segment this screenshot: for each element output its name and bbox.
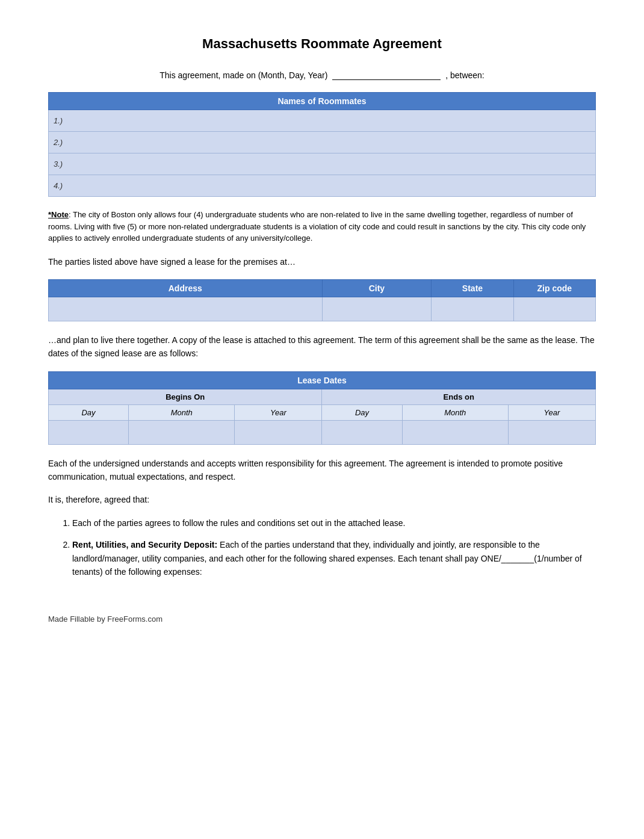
begins-day-field[interactable] — [49, 420, 129, 444]
roommate-2-label: 2.) — [49, 132, 596, 153]
address-field[interactable] — [49, 297, 323, 321]
address-table: Address City State Zip code — [48, 279, 596, 321]
list-item-1: Each of the parties agrees to follow the… — [72, 516, 596, 530]
city-col-header: City — [322, 279, 432, 297]
begins-day-col: Day — [49, 404, 129, 420]
footer: Made Fillable by FreeForms.com — [48, 615, 596, 624]
begins-month-field[interactable] — [129, 420, 235, 444]
state-col-header: State — [432, 279, 513, 297]
lease-intro-text: …and plan to live there together. A copy… — [48, 333, 596, 361]
lease-dates-header: Lease Dates — [49, 371, 596, 389]
page-title: Massachusetts Roommate Agreement — [48, 36, 596, 52]
premises-intro: The parties listed above have signed a l… — [48, 255, 596, 268]
address-data-row — [49, 297, 596, 321]
intro-suffix: , between: — [445, 70, 485, 80]
zip-field[interactable] — [513, 297, 595, 321]
ends-day-col: Day — [322, 404, 402, 420]
roommate-3-label: 3.) — [49, 153, 596, 175]
begins-year-col: Year — [235, 404, 322, 420]
note-label: *Note — [48, 210, 69, 219]
ends-month-field[interactable] — [402, 420, 508, 444]
ends-year-field[interactable] — [508, 420, 595, 444]
lease-dates-table: Lease Dates Begins On Ends on Day Month … — [48, 371, 596, 445]
body-paragraph-2: It is, therefore, agreed that: — [48, 493, 596, 506]
list-item-1-text: Each of the parties agrees to follow the… — [72, 518, 405, 528]
table-row: 3.) — [49, 153, 596, 175]
city-field[interactable] — [322, 297, 432, 321]
begins-month-col: Month — [129, 404, 235, 420]
intro-prefix: This agreement, made on (Month, Day, Yea… — [159, 70, 327, 80]
table-row: 1.) — [49, 110, 596, 132]
list-item-2-bold: Rent, Utilities, and Security Deposit: — [72, 540, 217, 550]
state-field[interactable] — [432, 297, 513, 321]
footer-text: Made Fillable by FreeForms.com — [48, 615, 163, 624]
date-field[interactable] — [332, 70, 441, 80]
roommates-table: Names of Roommates 1.) 2.) 3.) 4.) — [48, 92, 596, 197]
note-text: : The city of Boston only allows four (4… — [48, 210, 586, 243]
ends-day-field[interactable] — [322, 420, 402, 444]
zip-col-header: Zip code — [513, 279, 595, 297]
ends-year-col: Year — [508, 404, 595, 420]
roommate-1-label: 1.) — [49, 110, 596, 132]
body-paragraph-1: Each of the undersigned understands and … — [48, 457, 596, 484]
roommates-header: Names of Roommates — [49, 93, 596, 110]
intro-line: This agreement, made on (Month, Day, Yea… — [48, 70, 596, 80]
begins-year-field[interactable] — [235, 420, 322, 444]
table-row: 2.) — [49, 132, 596, 153]
table-row: 4.) — [49, 175, 596, 197]
address-col-header: Address — [49, 279, 323, 297]
ends-month-col: Month — [402, 404, 508, 420]
begins-on-label: Begins On — [49, 389, 322, 404]
agreement-list: Each of the parties agrees to follow the… — [48, 516, 596, 579]
roommate-4-label: 4.) — [49, 175, 596, 197]
ends-on-label: Ends on — [322, 389, 596, 404]
note-section: *Note: The city of Boston only allows fo… — [48, 209, 596, 244]
list-item-2: Rent, Utilities, and Security Deposit: E… — [72, 538, 596, 578]
